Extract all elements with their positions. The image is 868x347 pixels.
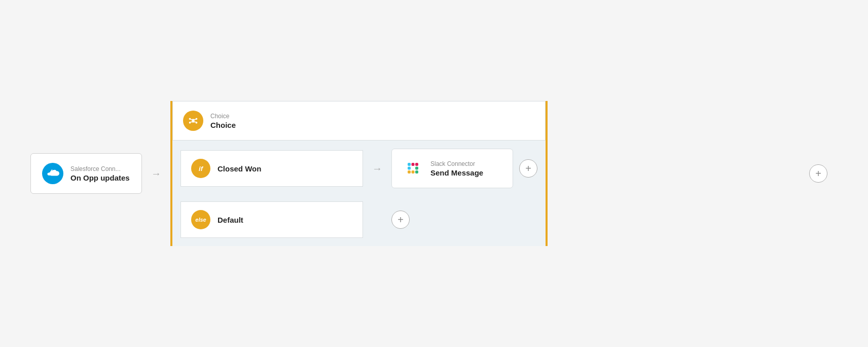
trigger-text: Salesforce Conn... On Opp updates	[70, 165, 130, 182]
else-icon: else	[191, 210, 210, 229]
svg-rect-17	[415, 170, 418, 174]
trigger-title: On Opp updates	[70, 174, 130, 182]
canvas: Salesforce Conn... On Opp updates →	[0, 0, 868, 347]
default-label: Default	[218, 216, 243, 224]
svg-point-5	[196, 122, 198, 124]
flow-row: Salesforce Conn... On Opp updates →	[30, 20, 838, 327]
svg-point-3	[196, 118, 198, 120]
svg-rect-15	[412, 170, 415, 174]
closed-won-branch-row: if Closed Won →	[172, 146, 546, 191]
svg-rect-13	[415, 163, 418, 166]
slack-action-text: Slack Connector Send Message	[430, 160, 483, 177]
closed-won-label: Closed Won	[218, 164, 261, 173]
svg-rect-11	[408, 167, 411, 170]
slack-action-node[interactable]: Slack Connector Send Message	[391, 149, 513, 188]
default-branch-row: else Default → +	[172, 198, 546, 241]
choice-title: Choice	[210, 121, 236, 129]
choice-subtitle: Choice	[210, 113, 236, 120]
default-node[interactable]: else Default	[180, 201, 363, 238]
trigger-node[interactable]: Salesforce Conn... On Opp updates	[30, 153, 142, 194]
choice-block: Choice Choice if Closed Won →	[170, 101, 548, 246]
closed-won-node[interactable]: if Closed Won	[180, 150, 363, 187]
svg-rect-14	[408, 170, 411, 174]
slack-logo-icon	[403, 158, 423, 179]
slack-title: Send Message	[430, 168, 483, 177]
svg-point-2	[189, 118, 191, 120]
add-after-slack-button[interactable]: +	[519, 159, 537, 178]
svg-rect-12	[412, 163, 415, 166]
trigger-subtitle: Salesforce Conn...	[70, 165, 130, 172]
svg-point-4	[189, 122, 191, 124]
svg-rect-10	[408, 163, 411, 166]
closed-won-to-slack-arrow: →	[363, 163, 391, 175]
salesforce-logo-icon	[42, 163, 63, 184]
row-gap	[172, 191, 546, 198]
choice-header-node[interactable]: Choice Choice	[172, 101, 546, 141]
svg-rect-16	[415, 167, 418, 170]
add-after-choice-button[interactable]: +	[809, 164, 827, 183]
trigger-to-choice-arrow: →	[142, 168, 170, 180]
choice-header-text: Choice Choice	[210, 113, 236, 129]
if-icon: if	[191, 159, 210, 178]
choice-icon	[183, 111, 203, 131]
slack-subtitle: Slack Connector	[430, 160, 483, 167]
add-to-default-button[interactable]: +	[391, 211, 410, 229]
branches-section: if Closed Won →	[172, 141, 546, 246]
